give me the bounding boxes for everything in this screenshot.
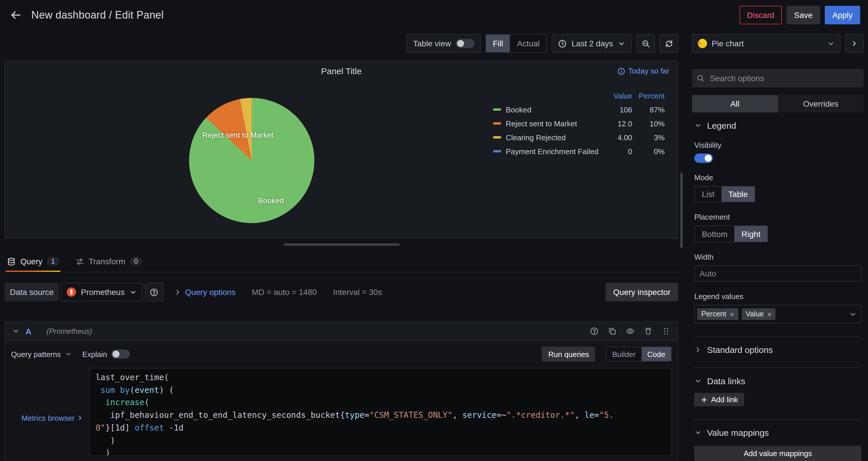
legend-visibility-toggle[interactable]: [694, 154, 713, 163]
add-value-mappings-button[interactable]: Add value mappings: [694, 446, 861, 461]
query-options-interval: Interval = 30s: [333, 288, 382, 297]
tab-overrides[interactable]: Overrides: [778, 95, 864, 112]
toggle-knob: [705, 155, 712, 162]
value-mappings-section-header[interactable]: Value mappings: [694, 428, 861, 438]
legend-header-row: Value Percent: [493, 89, 665, 103]
series-color-swatch: [493, 122, 501, 125]
drag-query-handle[interactable]: [662, 327, 671, 335]
legend-col-percent[interactable]: Percent: [632, 91, 665, 100]
explain-label: Explain: [82, 350, 107, 358]
code-token: ) (: [159, 385, 174, 394]
chevron-right-icon: [694, 346, 702, 354]
legend-series-label[interactable]: Clearing Rejected: [506, 133, 604, 142]
options-search: [692, 69, 864, 88]
run-queries-button[interactable]: Run queries: [542, 347, 595, 362]
query-options-toggle[interactable]: Query options: [174, 288, 236, 297]
apply-button[interactable]: Apply: [825, 6, 860, 24]
discard-button[interactable]: Discard: [739, 6, 782, 24]
code-token: event: [134, 385, 159, 394]
width-label: Width: [694, 253, 713, 261]
datasource-row: Data source Prometheus Query options MD …: [5, 283, 678, 301]
save-button[interactable]: Save: [786, 6, 820, 24]
placement-bottom-option[interactable]: Bottom: [695, 226, 735, 242]
back-button[interactable]: [9, 9, 22, 22]
legend-values-select[interactable]: Percent × Value ×: [694, 305, 861, 323]
metrics-browser-toggle[interactable]: Metrics browser: [22, 375, 84, 461]
datasource-help-button[interactable]: [145, 283, 163, 301]
section-divider: [694, 419, 861, 420]
panel-preview: Panel Title Today so far Reject sent to …: [5, 60, 678, 239]
legend-series-label[interactable]: Payment Enrichment Failed: [506, 147, 604, 156]
query-help-button[interactable]: [590, 327, 598, 335]
copy-icon: [608, 327, 617, 335]
time-range-picker[interactable]: Last 2 days: [552, 34, 632, 53]
query-patterns-dropdown[interactable]: Query patterns: [11, 350, 72, 358]
options-search-input[interactable]: [709, 73, 859, 84]
delete-query-button[interactable]: [644, 327, 653, 335]
refresh-button[interactable]: [659, 34, 678, 53]
pie-slice-label: Booked: [258, 196, 284, 205]
pie-slice-label: Reject sent to Market: [202, 131, 274, 139]
legend-series-label[interactable]: Booked: [506, 105, 604, 114]
duplicate-query-button[interactable]: [608, 327, 617, 335]
metrics-browser-label: Metrics browser: [22, 414, 75, 422]
builder-option[interactable]: Builder: [607, 347, 642, 361]
query-options-md: MD = auto = 1480: [252, 288, 317, 297]
actual-option[interactable]: Actual: [510, 35, 547, 52]
query-inspector-button[interactable]: Query inspector: [606, 283, 678, 301]
chevron-right-icon: [76, 414, 84, 421]
mode-list-option[interactable]: List: [695, 187, 721, 202]
visualization-picker[interactable]: Pie chart: [692, 34, 840, 53]
remove-chip-icon[interactable]: ×: [767, 310, 771, 318]
placement-right-option[interactable]: Right: [735, 226, 767, 242]
chevron-down-icon: [827, 40, 835, 47]
legend-series-label[interactable]: Reject sent to Market: [506, 119, 604, 128]
legend-value-chip: Percent ×: [697, 308, 738, 320]
viz-suggestions-toggle[interactable]: [845, 34, 864, 53]
standard-options-section-header[interactable]: Standard options: [694, 345, 861, 355]
legend-col-value[interactable]: Value: [604, 91, 632, 100]
data-links-section-header[interactable]: Data links: [694, 376, 861, 386]
code-token: (: [145, 398, 149, 407]
collapse-query-row-button[interactable]: [12, 327, 20, 335]
code-token: ,: [575, 410, 585, 420]
legend-row: Reject sent to Market 12.0 10%: [493, 117, 665, 130]
remove-chip-icon[interactable]: ×: [730, 310, 734, 318]
explain-control: Explain: [82, 350, 130, 359]
legend-mode-group: List Table: [694, 186, 755, 202]
zoom-out-button[interactable]: [636, 34, 655, 53]
panel-resize-handle[interactable]: [283, 243, 399, 246]
chevron-down-icon: [12, 327, 20, 335]
legend-width-input[interactable]: [694, 265, 861, 282]
header-actions: Discard Save Apply: [739, 6, 860, 24]
code-option[interactable]: Code: [642, 347, 671, 361]
legend-section-header[interactable]: Legend: [694, 121, 861, 130]
code-token: -1d: [164, 423, 184, 432]
toggle-query-visibility-button[interactable]: [626, 327, 634, 335]
table-view-control: Table view: [407, 34, 480, 53]
table-view-toggle[interactable]: [456, 39, 474, 48]
tab-query[interactable]: Query 1: [6, 257, 60, 272]
promql-code-editor[interactable]: last_over_time( sum by(event) ( increase…: [89, 368, 672, 456]
explain-toggle[interactable]: [111, 350, 130, 359]
toggle-knob: [457, 40, 464, 47]
code-token: ): [96, 448, 111, 456]
search-icon: [696, 74, 705, 82]
fill-option[interactable]: Fill: [486, 35, 510, 52]
tab-all[interactable]: All: [692, 95, 778, 112]
query-datasource-hint: (Prometheus): [46, 327, 584, 335]
datasource-picker[interactable]: Prometheus: [61, 283, 143, 301]
query-options-label: Query options: [185, 288, 236, 297]
series-color-swatch: [493, 108, 501, 111]
code-line: sum by(event) (: [96, 384, 665, 396]
grip-dots-icon: [662, 327, 671, 335]
time-shift-note: Today so far: [617, 67, 669, 75]
header: New dashboard / Edit Panel Discard Save …: [0, 0, 868, 30]
mode-table-option[interactable]: Table: [721, 187, 755, 202]
main-scrollbar-thumb[interactable]: [680, 173, 683, 248]
code-line: 0"}[1d] offset -1d: [96, 422, 665, 434]
add-link-button[interactable]: Add link: [694, 393, 744, 406]
tab-transform-count: 0: [130, 257, 142, 266]
tab-transform[interactable]: Transform 0: [74, 257, 143, 272]
legend-row: Payment Enrichment Failed 0 0%: [493, 144, 665, 158]
